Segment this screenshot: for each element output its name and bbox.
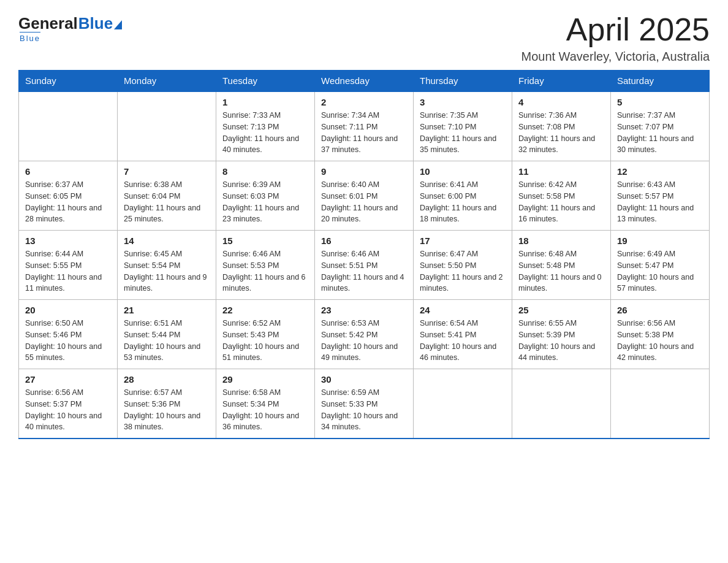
day-info: Sunrise: 6:54 AMSunset: 5:41 PMDaylight:… (420, 318, 506, 364)
logo-blue-text: Blue (78, 15, 113, 31)
calendar-cell: 18Sunrise: 6:48 AMSunset: 5:48 PMDayligh… (512, 231, 611, 300)
day-info: Sunrise: 6:37 AMSunset: 6:05 PMDaylight:… (25, 179, 111, 225)
calendar-cell: 5Sunrise: 7:37 AMSunset: 7:07 PMDaylight… (611, 91, 710, 161)
calendar-cell: 1Sunrise: 7:33 AMSunset: 7:13 PMDaylight… (216, 91, 315, 161)
day-number: 11 (518, 166, 604, 177)
calendar-cell: 8Sunrise: 6:39 AMSunset: 6:03 PMDaylight… (216, 161, 315, 231)
calendar-week-row: 20Sunrise: 6:50 AMSunset: 5:46 PMDayligh… (19, 300, 710, 369)
day-info: Sunrise: 6:44 AMSunset: 5:55 PMDaylight:… (25, 248, 111, 294)
calendar-cell: 23Sunrise: 6:53 AMSunset: 5:42 PMDayligh… (315, 300, 414, 369)
day-number: 12 (617, 166, 703, 177)
day-number: 1 (222, 97, 308, 107)
calendar-cell: 11Sunrise: 6:42 AMSunset: 5:58 PMDayligh… (512, 161, 611, 231)
day-number: 21 (124, 305, 210, 315)
calendar-cell (414, 369, 512, 439)
column-header-monday: Monday (118, 71, 216, 92)
day-info: Sunrise: 7:37 AMSunset: 7:07 PMDaylight:… (617, 110, 703, 156)
calendar-cell (118, 91, 216, 161)
calendar-cell: 4Sunrise: 7:36 AMSunset: 7:08 PMDaylight… (512, 91, 611, 161)
logo-general-text: General (18, 15, 78, 31)
calendar-cell: 22Sunrise: 6:52 AMSunset: 5:43 PMDayligh… (216, 300, 315, 369)
day-info: Sunrise: 6:57 AMSunset: 5:36 PMDaylight:… (124, 387, 210, 433)
location-subtitle: Mount Waverley, Victoria, Australia (521, 50, 710, 64)
day-info: Sunrise: 6:49 AMSunset: 5:47 PMDaylight:… (617, 248, 703, 294)
day-info: Sunrise: 7:34 AMSunset: 7:11 PMDaylight:… (321, 110, 407, 156)
logo: General Blue Blue (18, 12, 122, 43)
day-number: 14 (124, 236, 210, 246)
day-info: Sunrise: 6:39 AMSunset: 6:03 PMDaylight:… (222, 179, 308, 225)
calendar-cell (512, 369, 611, 439)
calendar-header-row: SundayMondayTuesdayWednesdayThursdayFrid… (19, 71, 710, 92)
day-number: 16 (321, 236, 407, 246)
day-info: Sunrise: 6:52 AMSunset: 5:43 PMDaylight:… (222, 318, 308, 364)
page-header: General Blue Blue April 2025 Mount Waver… (18, 12, 710, 64)
day-number: 15 (222, 236, 308, 246)
calendar-cell: 14Sunrise: 6:45 AMSunset: 5:54 PMDayligh… (118, 231, 216, 300)
day-number: 17 (420, 236, 506, 246)
calendar-cell: 25Sunrise: 6:55 AMSunset: 5:39 PMDayligh… (512, 300, 611, 369)
day-info: Sunrise: 6:40 AMSunset: 6:01 PMDaylight:… (321, 179, 407, 225)
day-number: 9 (321, 166, 407, 177)
calendar-cell: 24Sunrise: 6:54 AMSunset: 5:41 PMDayligh… (414, 300, 512, 369)
day-number: 27 (25, 374, 111, 385)
day-number: 8 (222, 166, 308, 177)
day-number: 24 (420, 305, 506, 315)
column-header-saturday: Saturday (611, 71, 710, 92)
column-header-friday: Friday (512, 71, 611, 92)
day-info: Sunrise: 7:36 AMSunset: 7:08 PMDaylight:… (518, 110, 604, 156)
calendar-cell: 3Sunrise: 7:35 AMSunset: 7:10 PMDaylight… (414, 91, 512, 161)
calendar-cell: 19Sunrise: 6:49 AMSunset: 5:47 PMDayligh… (611, 231, 710, 300)
day-info: Sunrise: 6:53 AMSunset: 5:42 PMDaylight:… (321, 318, 407, 364)
calendar-cell: 30Sunrise: 6:59 AMSunset: 5:33 PMDayligh… (315, 369, 414, 439)
calendar-body: 1Sunrise: 7:33 AMSunset: 7:13 PMDaylight… (19, 91, 710, 439)
day-info: Sunrise: 6:56 AMSunset: 5:38 PMDaylight:… (617, 318, 703, 364)
calendar-cell (611, 369, 710, 439)
logo-wordmark: General Blue (18, 15, 122, 31)
calendar-week-row: 6Sunrise: 6:37 AMSunset: 6:05 PMDaylight… (19, 161, 710, 231)
day-info: Sunrise: 6:59 AMSunset: 5:33 PMDaylight:… (321, 387, 407, 433)
day-number: 19 (617, 236, 703, 246)
day-number: 30 (321, 374, 407, 385)
calendar-cell: 28Sunrise: 6:57 AMSunset: 5:36 PMDayligh… (118, 369, 216, 439)
day-number: 28 (124, 374, 210, 385)
calendar-week-row: 27Sunrise: 6:56 AMSunset: 5:37 PMDayligh… (19, 369, 710, 439)
day-number: 5 (617, 97, 703, 107)
day-info: Sunrise: 6:41 AMSunset: 6:00 PMDaylight:… (420, 179, 506, 225)
logo-tagline: Blue (20, 32, 40, 43)
day-info: Sunrise: 6:56 AMSunset: 5:37 PMDaylight:… (25, 387, 111, 433)
calendar-cell: 16Sunrise: 6:46 AMSunset: 5:51 PMDayligh… (315, 231, 414, 300)
day-number: 3 (420, 97, 506, 107)
calendar-cell: 13Sunrise: 6:44 AMSunset: 5:55 PMDayligh… (19, 231, 118, 300)
day-number: 13 (25, 236, 111, 246)
calendar-cell: 12Sunrise: 6:43 AMSunset: 5:57 PMDayligh… (611, 161, 710, 231)
day-number: 26 (617, 305, 703, 315)
day-info: Sunrise: 6:47 AMSunset: 5:50 PMDaylight:… (420, 248, 506, 294)
month-title: April 2025 (521, 12, 710, 47)
day-info: Sunrise: 6:50 AMSunset: 5:46 PMDaylight:… (25, 318, 111, 364)
calendar-cell: 6Sunrise: 6:37 AMSunset: 6:05 PMDaylight… (19, 161, 118, 231)
calendar-cell: 10Sunrise: 6:41 AMSunset: 6:00 PMDayligh… (414, 161, 512, 231)
calendar-week-row: 13Sunrise: 6:44 AMSunset: 5:55 PMDayligh… (19, 231, 710, 300)
calendar-cell: 21Sunrise: 6:51 AMSunset: 5:44 PMDayligh… (118, 300, 216, 369)
calendar-cell: 29Sunrise: 6:58 AMSunset: 5:34 PMDayligh… (216, 369, 315, 439)
calendar-table: SundayMondayTuesdayWednesdayThursdayFrid… (18, 70, 710, 439)
day-info: Sunrise: 7:35 AMSunset: 7:10 PMDaylight:… (420, 110, 506, 156)
logo-triangle-icon (114, 20, 122, 29)
day-number: 20 (25, 305, 111, 315)
day-number: 22 (222, 305, 308, 315)
column-header-tuesday: Tuesday (216, 71, 315, 92)
column-header-sunday: Sunday (19, 71, 118, 92)
day-info: Sunrise: 6:46 AMSunset: 5:53 PMDaylight:… (222, 248, 308, 294)
day-number: 7 (124, 166, 210, 177)
day-info: Sunrise: 6:45 AMSunset: 5:54 PMDaylight:… (124, 248, 210, 294)
calendar-cell: 2Sunrise: 7:34 AMSunset: 7:11 PMDaylight… (315, 91, 414, 161)
calendar-cell: 7Sunrise: 6:38 AMSunset: 6:04 PMDaylight… (118, 161, 216, 231)
day-number: 18 (518, 236, 604, 246)
day-number: 10 (420, 166, 506, 177)
day-info: Sunrise: 6:58 AMSunset: 5:34 PMDaylight:… (222, 387, 308, 433)
column-header-wednesday: Wednesday (315, 71, 414, 92)
day-number: 6 (25, 166, 111, 177)
day-number: 4 (518, 97, 604, 107)
day-info: Sunrise: 6:48 AMSunset: 5:48 PMDaylight:… (518, 248, 604, 294)
day-number: 2 (321, 97, 407, 107)
